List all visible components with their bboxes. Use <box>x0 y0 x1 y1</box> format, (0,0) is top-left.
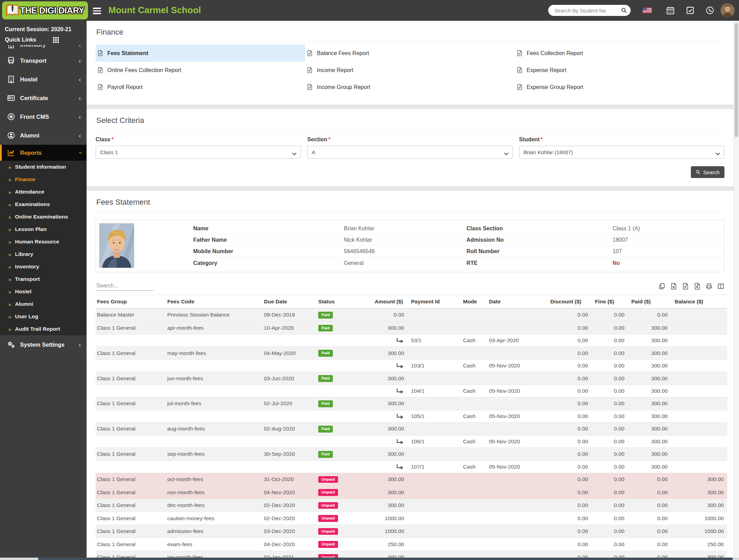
student-select[interactable]: Brian Kohlar (18007) <box>519 146 724 159</box>
sidebar-item-system-settings[interactable]: System Settings‹ <box>0 335 87 354</box>
sidebar-item-inventory-clipped[interactable]: Inventory ‹ <box>0 45 87 51</box>
student-info-grid: NameBrian KohlarClass SectionClass 1 (A)… <box>193 223 721 269</box>
sidebar-item-hostel[interactable]: Hostel‹ <box>0 70 87 89</box>
submenu-item-label: Audit Trail Report <box>15 326 60 332</box>
info-value: 107 <box>613 248 721 255</box>
payment-sub-row: 107/1Cash05-Nov-20200.000.00300.00 <box>96 461 727 473</box>
status-badge: Unpaid <box>318 528 338 535</box>
vertical-scrollbar[interactable] <box>733 21 739 558</box>
submenu-item-finance[interactable]: »Finance <box>0 173 87 186</box>
chevron-left-icon: ‹ <box>79 132 81 139</box>
payment-sub-row: 103/1Cash05-Nov-20200.000.00300.00 <box>96 359 727 372</box>
submenu-item-library[interactable]: »Library <box>0 248 87 260</box>
horizontal-scrollbar-thumb[interactable] <box>38 558 733 560</box>
info-label: Class Section <box>466 225 613 232</box>
submenu-item-hostel[interactable]: »Hostel <box>0 285 87 298</box>
submenu-item-online-examinations[interactable]: »Online Examinations <box>0 211 87 223</box>
app-logo[interactable]: THE DIGI DIARY <box>2 1 88 19</box>
select-student: Brian Kohlar (18007) <box>519 146 724 159</box>
col-header-discount-: Discount ($) <box>547 295 591 309</box>
report-link-payroll-report[interactable]: Payroll Report <box>96 79 305 96</box>
submenu-item-label: Lesson Plan <box>15 226 46 232</box>
search-button[interactable]: Search <box>691 166 724 178</box>
field-label-student: Student* <box>519 136 724 143</box>
submenu-item-user-log[interactable]: »User Log <box>0 310 87 323</box>
section-select[interactable]: A <box>307 146 513 159</box>
sidebar-item-transport[interactable]: Transport‹ <box>0 51 87 70</box>
sidebar-item-reports[interactable]: Reports‹ <box>0 145 87 161</box>
export-print-icon[interactable] <box>705 283 713 290</box>
payment-arrow-icon <box>396 363 404 369</box>
export-pdf-icon[interactable] <box>694 283 701 290</box>
horizontal-scrollbar[interactable] <box>0 558 739 560</box>
grid-icon[interactable] <box>53 37 59 43</box>
class-select[interactable]: Class 1 <box>96 146 301 159</box>
chevron-left-icon: ‹ <box>79 57 81 64</box>
submenu-item-alumni[interactable]: »Alumni <box>0 298 87 310</box>
angle-double-right-icon: » <box>8 314 11 320</box>
language-flag-icon[interactable] <box>643 6 652 15</box>
file-icon <box>306 67 313 73</box>
file-icon <box>516 50 523 56</box>
submenu-item-examinations[interactable]: »Examinations <box>0 198 87 211</box>
submenu-item-human-resource[interactable]: »Human Resource <box>0 235 87 248</box>
status-badge: Paid <box>318 312 333 319</box>
angle-double-right-icon: » <box>8 177 11 183</box>
export-csv-icon[interactable] <box>682 283 689 290</box>
chevron-left-icon: ‹ <box>79 95 81 101</box>
submenu-item-student-information[interactable]: »Student Information <box>0 161 87 173</box>
status-badge: Paid <box>318 350 333 357</box>
submenu-item-transport[interactable]: »Transport <box>0 273 87 285</box>
angle-double-right-icon: » <box>8 326 11 332</box>
export-columns-icon[interactable] <box>717 283 724 290</box>
user-avatar[interactable] <box>721 3 734 17</box>
fee-row: Class 1 Generalexam-fees04-Dec-2020Unpai… <box>96 538 727 551</box>
report-link-expense-report[interactable]: Expense Report <box>515 62 724 79</box>
sidebar-item-alumni[interactable]: Alumni‹ <box>0 126 87 145</box>
quick-links[interactable]: Quick Links <box>0 34 87 45</box>
submenu-item-lesson-plan[interactable]: »Lesson Plan <box>0 223 87 235</box>
report-link-income-group-report[interactable]: Income Group Report <box>305 79 515 96</box>
submenu-item-audit-trail-report[interactable]: »Audit Trail Report <box>0 323 87 335</box>
submenu-item-inventory[interactable]: »Inventory <box>0 260 87 273</box>
sidebar-item-label: System Settings <box>20 341 79 348</box>
sidebar-item-label: Hostel <box>20 76 79 83</box>
select-class: Class 1 <box>96 146 301 159</box>
sidebar-item-label: Transport <box>20 57 79 64</box>
sidebar-item-certificate[interactable]: Certificate‹ <box>0 89 87 107</box>
hamburger-menu-icon[interactable] <box>93 6 102 15</box>
vertical-scrollbar-thumb[interactable] <box>734 23 738 137</box>
report-link-income-report[interactable]: Income Report <box>305 62 515 79</box>
tasks-icon[interactable] <box>686 6 695 15</box>
submenu-item-attendance[interactable]: »Attendance <box>0 186 87 198</box>
submenu-item-label: Library <box>15 251 33 257</box>
student-search-input[interactable] <box>554 7 621 14</box>
calendar-icon[interactable] <box>666 6 675 15</box>
report-link-balance-fees-report[interactable]: Balance Fees Report <box>305 45 515 62</box>
report-link-fees-collection-report[interactable]: Fees Collection Report <box>515 45 724 62</box>
status-badge: Unpaid <box>318 554 338 558</box>
report-link-fees-statement[interactable]: Fees Statement <box>96 45 305 62</box>
export-copy-icon[interactable] <box>658 283 666 290</box>
col-header-payment-id: Payment Id <box>408 295 460 309</box>
main-content: Finance Fees StatementBalance Fees Repor… <box>87 21 733 558</box>
sidebar-item-front-cms[interactable]: Front CMS‹ <box>0 107 87 126</box>
info-value: 5646546546 <box>344 248 466 255</box>
table-search-input[interactable] <box>96 281 154 291</box>
fee-row: Class 1 Generalmay-month-fees04-May-2020… <box>96 347 727 360</box>
whatsapp-icon[interactable] <box>705 6 714 15</box>
col-header-mode: Mode <box>460 295 486 309</box>
angle-double-right-icon: » <box>8 189 11 195</box>
report-link-online-fees-collection-report[interactable]: Online Fees Collection Report <box>96 62 305 79</box>
export-excel-icon[interactable] <box>670 283 677 290</box>
required-asterisk: * <box>541 136 543 142</box>
header-search[interactable] <box>548 5 631 16</box>
top-bar: THE DIGI DIARY Mount Carmel School <box>0 0 739 21</box>
fee-row: Class 1 Generalnov-month-fees04-Nov-2020… <box>96 486 727 499</box>
quick-links-label: Quick Links <box>5 37 36 43</box>
file-icon <box>516 67 523 73</box>
search-icon[interactable] <box>621 7 627 14</box>
student-info-row: CategoryGeneralRTENo <box>193 257 721 269</box>
report-link-expense-group-report[interactable]: Expense Group Report <box>515 79 724 96</box>
file-icon <box>516 84 523 90</box>
